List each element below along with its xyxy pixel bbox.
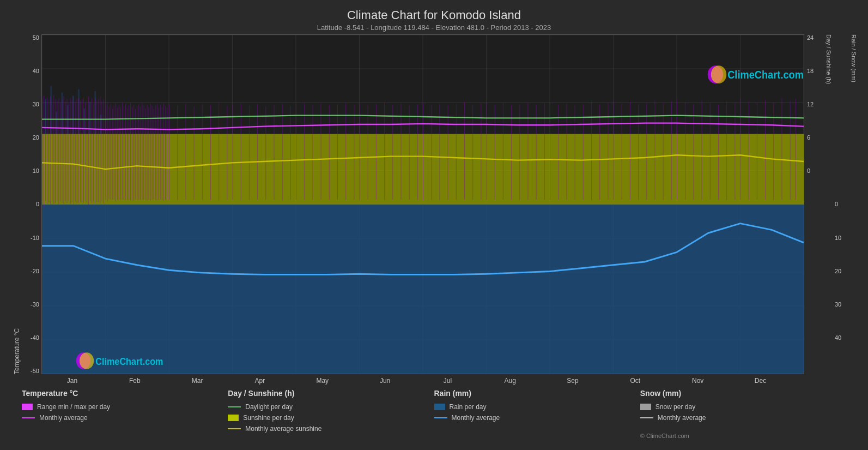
svg-rect-78 xyxy=(109,106,110,199)
svg-rect-64 xyxy=(85,103,86,201)
svg-rect-188 xyxy=(757,103,757,200)
svg-rect-165 xyxy=(575,105,575,200)
svg-rect-112 xyxy=(165,106,166,200)
svg-rect-99 xyxy=(143,105,144,200)
svg-rect-155 xyxy=(495,105,495,200)
sunshine-swatch xyxy=(228,415,239,421)
legend-snow-day: Snow per day xyxy=(640,403,846,411)
legend-rain-day: Rain per day xyxy=(434,403,640,411)
svg-rect-54 xyxy=(69,103,69,201)
svg-rect-160 xyxy=(536,105,537,200)
rain-swatch xyxy=(434,404,445,410)
svg-rect-123 xyxy=(241,103,241,200)
svg-rect-60 xyxy=(78,98,79,203)
svg-rect-55 xyxy=(70,98,71,205)
svg-rect-142 xyxy=(392,105,393,200)
svg-rect-163 xyxy=(558,105,559,200)
svg-rect-110 xyxy=(162,107,162,200)
svg-rect-52 xyxy=(65,101,66,201)
legend-sunshine-day: Sunshine per day xyxy=(228,414,434,422)
svg-rect-56 xyxy=(72,100,72,202)
chart-title: Climate Chart for Komodo Island xyxy=(347,8,521,22)
svg-rect-187 xyxy=(749,101,749,200)
svg-rect-39 xyxy=(44,95,44,207)
svg-rect-68 xyxy=(92,99,92,203)
svg-rect-92 xyxy=(132,107,132,200)
svg-rect-189 xyxy=(765,100,766,200)
legend-temperature: Temperature °C Range min / max per day M… xyxy=(22,389,228,440)
svg-rect-79 xyxy=(111,104,111,200)
svg-rect-127 xyxy=(274,105,274,200)
x-tick-jul: Jul xyxy=(416,374,479,385)
x-tick-dec: Dec xyxy=(729,374,792,385)
snow-swatch xyxy=(640,404,651,410)
svg-rect-118 xyxy=(202,104,203,200)
svg-rect-51 xyxy=(64,96,64,204)
svg-rect-46 xyxy=(55,99,56,203)
svg-rect-140 xyxy=(376,104,377,200)
svg-rect-100 xyxy=(145,109,145,200)
svg-rect-121 xyxy=(227,106,227,200)
svg-rect-149 xyxy=(448,105,448,200)
svg-rect-179 xyxy=(685,102,685,200)
svg-rect-66 xyxy=(88,97,89,205)
svg-rect-57 xyxy=(74,97,74,205)
svg-rect-106 xyxy=(155,105,156,200)
svg-rect-42 xyxy=(48,100,49,202)
svg-rect-38 xyxy=(42,99,43,204)
svg-rect-166 xyxy=(583,104,584,200)
svg-rect-124 xyxy=(249,105,250,200)
sunshine-avg-line xyxy=(228,428,241,429)
svg-rect-131 xyxy=(304,103,305,200)
svg-rect-25 xyxy=(42,205,804,374)
copyright: © ClimeChart.com xyxy=(640,425,846,440)
svg-rect-104 xyxy=(152,106,153,200)
svg-rect-143 xyxy=(400,103,401,200)
svg-rect-71 xyxy=(96,101,97,202)
svg-rect-139 xyxy=(368,105,368,200)
svg-rect-183 xyxy=(718,105,719,200)
svg-rect-91 xyxy=(130,103,131,200)
x-tick-may: May xyxy=(291,374,354,385)
svg-rect-58 xyxy=(75,102,76,201)
legend-rain-avg: Monthly average xyxy=(434,414,640,422)
legend-sunshine: Day / Sunshine (h) Daylight per day Suns… xyxy=(228,389,434,440)
y-axis-right1-label: Day / Sunshine (h) xyxy=(823,34,832,374)
svg-rect-192 xyxy=(790,101,791,200)
svg-rect-137 xyxy=(354,105,354,200)
svg-rect-72 xyxy=(98,99,99,202)
svg-rect-94 xyxy=(135,109,136,200)
legend-snow-title: Snow (mm) xyxy=(640,389,846,398)
svg-rect-41 xyxy=(47,98,47,205)
svg-rect-134 xyxy=(329,105,330,200)
svg-rect-65 xyxy=(87,100,87,202)
x-tick-mar: Mar xyxy=(166,374,229,385)
svg-rect-162 xyxy=(550,103,550,200)
svg-rect-180 xyxy=(693,104,694,200)
svg-rect-98 xyxy=(142,103,142,200)
svg-rect-119 xyxy=(210,105,211,200)
svg-rect-74 xyxy=(101,101,102,201)
svg-rect-176 xyxy=(663,103,664,200)
y-axis-left-label: Temperature °C xyxy=(11,34,21,374)
svg-rect-47 xyxy=(57,101,57,201)
svg-point-198 xyxy=(80,352,94,369)
svg-rect-145 xyxy=(417,104,418,200)
svg-rect-126 xyxy=(265,106,266,200)
svg-rect-85 xyxy=(120,107,121,200)
svg-rect-53 xyxy=(67,99,68,203)
svg-rect-190 xyxy=(773,102,774,200)
legend-temp-range: Range min / max per day xyxy=(22,403,228,411)
svg-rect-49 xyxy=(60,103,60,201)
legend-snow: Snow (mm) Snow per day Monthly average ©… xyxy=(640,389,846,440)
svg-rect-109 xyxy=(160,105,161,200)
svg-rect-45 xyxy=(53,94,54,205)
svg-rect-82 xyxy=(116,103,116,201)
svg-rect-89 xyxy=(127,109,128,200)
svg-rect-44 xyxy=(52,104,52,201)
svg-rect-125 xyxy=(257,104,258,200)
svg-rect-80 xyxy=(112,109,113,200)
x-tick-jan: Jan xyxy=(41,374,104,385)
svg-rect-43 xyxy=(50,97,51,205)
svg-rect-173 xyxy=(638,104,639,200)
